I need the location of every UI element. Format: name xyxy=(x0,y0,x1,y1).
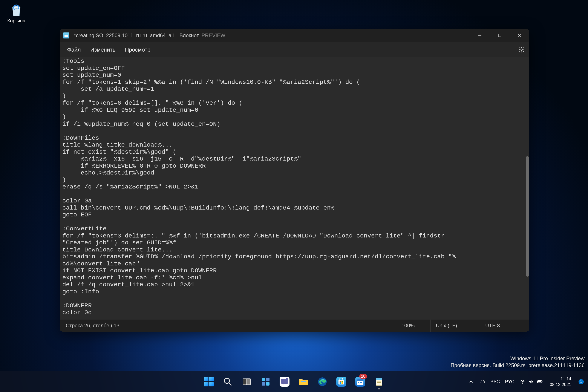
edge-icon xyxy=(317,376,328,387)
system-tray: РУС РУС 11:14 08.12.2021 1 xyxy=(466,371,588,392)
svg-rect-2 xyxy=(498,34,501,37)
task-view-icon xyxy=(242,376,252,387)
menubar: Файл Изменить Просмотр xyxy=(60,42,529,58)
wifi-icon xyxy=(520,379,526,385)
maximize-button[interactable] xyxy=(490,29,510,42)
tray-time: 11:14 xyxy=(560,376,571,382)
start-button[interactable] xyxy=(200,373,218,390)
editor-content[interactable]: :Tools set update_en=OFF set update_num=… xyxy=(60,58,529,317)
svg-rect-12 xyxy=(262,382,265,386)
calendar-badge: 28 xyxy=(359,374,367,379)
svg-rect-18 xyxy=(340,380,341,382)
tray-onedrive[interactable] xyxy=(477,373,488,390)
tray-lang1[interactable]: РУС xyxy=(488,373,502,390)
calendar-button[interactable]: 28 xyxy=(352,373,369,390)
svg-line-7 xyxy=(229,383,231,385)
windows-logo-icon xyxy=(204,377,214,386)
task-view-button[interactable] xyxy=(238,373,255,390)
svg-rect-11 xyxy=(266,378,270,381)
svg-point-32 xyxy=(522,384,523,384)
window-title: *creatingISO_22509.1011_ru-ru_amd64_all … xyxy=(74,32,199,38)
svg-rect-20 xyxy=(340,382,341,384)
close-button[interactable] xyxy=(510,29,529,42)
tray-chevron[interactable] xyxy=(466,373,476,390)
status-line-endings[interactable]: Unix (LF) xyxy=(430,320,480,332)
menu-edit[interactable]: Изменить xyxy=(86,45,120,55)
watermark-line2: Пробная версия. Build 22509.rs_prereleas… xyxy=(451,362,584,369)
svg-point-6 xyxy=(224,378,230,384)
svg-rect-10 xyxy=(262,378,265,381)
menu-file[interactable]: Файл xyxy=(62,45,86,55)
status-position: Строка 26, столбец 13 xyxy=(60,322,396,328)
svg-rect-13 xyxy=(266,382,270,386)
chat-button[interactable] xyxy=(276,373,293,390)
volume-icon xyxy=(528,379,534,385)
notepad-icon xyxy=(374,376,384,387)
svg-rect-15 xyxy=(301,381,306,382)
svg-rect-23 xyxy=(357,379,364,381)
preview-tag: PREVIEW xyxy=(202,32,226,38)
vertical-scrollbar[interactable] xyxy=(526,58,529,320)
svg-rect-9 xyxy=(246,379,250,385)
search-button[interactable] xyxy=(219,373,236,390)
svg-rect-26 xyxy=(361,382,362,383)
tray-lang2[interactable]: РУС xyxy=(503,373,517,390)
svg-point-5 xyxy=(521,49,522,50)
status-encoding[interactable]: UTF-8 xyxy=(480,320,529,332)
watermark-line1: Windows 11 Pro Insider Preview xyxy=(451,355,584,362)
build-watermark: Windows 11 Pro Insider Preview Пробная в… xyxy=(451,355,584,369)
notepad-app-icon xyxy=(63,32,69,38)
battery-icon xyxy=(537,379,543,385)
editor-area[interactable]: :Tools set update_en=OFF set update_num=… xyxy=(60,58,529,320)
store-button[interactable] xyxy=(333,373,350,390)
store-icon xyxy=(336,377,346,387)
status-zoom[interactable]: 100% xyxy=(396,320,430,332)
tray-date: 08.12.2021 xyxy=(550,382,571,387)
edge-button[interactable] xyxy=(314,373,331,390)
chevron-up-icon xyxy=(468,379,474,385)
svg-point-14 xyxy=(286,378,288,380)
recycle-bin-icon xyxy=(10,4,23,17)
svg-rect-35 xyxy=(538,381,541,382)
widgets-button[interactable] xyxy=(257,373,274,390)
scrollbar-thumb[interactable] xyxy=(526,156,529,276)
settings-button[interactable] xyxy=(516,44,527,55)
notepad-window: *creatingISO_22509.1011_ru-ru_amd64_all … xyxy=(60,29,529,332)
recycle-bin-label: Корзина xyxy=(7,18,25,24)
svg-rect-19 xyxy=(342,380,343,382)
menu-view[interactable]: Просмотр xyxy=(120,45,155,55)
minimize-button[interactable] xyxy=(470,29,490,42)
search-icon xyxy=(223,376,233,387)
svg-rect-34 xyxy=(542,381,542,382)
taskbar: 28 РУС РУС 11:14 08.12.2021 1 xyxy=(0,371,588,392)
cloud-icon xyxy=(479,379,485,385)
svg-rect-25 xyxy=(360,382,361,383)
svg-rect-21 xyxy=(342,382,343,384)
recycle-bin[interactable]: Корзина xyxy=(4,2,29,25)
svg-rect-28 xyxy=(376,378,382,380)
notepad-taskbar-button[interactable] xyxy=(370,373,388,390)
tray-notifications[interactable]: 1 xyxy=(578,379,584,384)
svg-rect-17 xyxy=(338,380,344,384)
tray-network-sound-battery[interactable] xyxy=(518,373,545,390)
teams-chat-icon xyxy=(280,377,290,387)
titlebar[interactable]: *creatingISO_22509.1011_ru-ru_amd64_all … xyxy=(60,29,529,42)
taskbar-center: 28 xyxy=(200,373,388,390)
widgets-icon xyxy=(260,376,271,387)
folder-icon xyxy=(298,376,308,387)
tray-clock[interactable]: 11:14 08.12.2021 xyxy=(546,373,575,390)
file-explorer-button[interactable] xyxy=(295,373,312,390)
statusbar: Строка 26, столбец 13 100% Unix (LF) UTF… xyxy=(60,320,529,332)
svg-rect-24 xyxy=(358,382,359,383)
